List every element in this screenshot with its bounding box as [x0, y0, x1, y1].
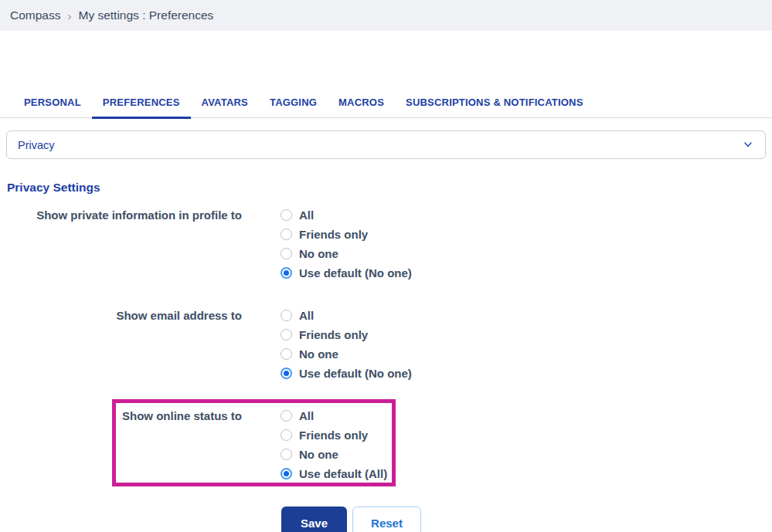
group-label: Show email address to [0, 306, 242, 383]
radio-label[interactable]: Use default (No one) [299, 266, 412, 280]
radio-option-friends-only[interactable]: Friends only [281, 225, 412, 244]
radio-icon[interactable] [281, 348, 292, 360]
radio-label[interactable]: All [299, 409, 314, 422]
radio-option-use-default[interactable]: Use default (All) [281, 464, 387, 483]
radio-icon[interactable] [281, 248, 292, 259]
settings-tab-bar: PERSONAL PREFERENCES AVATARS TAGGING MAC… [0, 90, 772, 118]
breadcrumb-app-link[interactable]: Compass [10, 8, 60, 22]
radio-option-all[interactable]: All [281, 306, 412, 325]
radio-icon[interactable] [281, 310, 292, 321]
radio-label[interactable]: No one [299, 347, 338, 361]
radio-label[interactable]: Use default (All) [299, 467, 387, 480]
radio-icon[interactable] [281, 209, 292, 221]
radio-group-email-address: All Friends only No one Use default (No … [281, 306, 412, 383]
radio-option-no-one[interactable]: No one [281, 344, 412, 364]
radio-option-no-one[interactable]: No one [281, 244, 412, 263]
radio-option-use-default[interactable]: Use default (No one) [281, 364, 412, 383]
group-label: Show online status to [0, 406, 242, 483]
radio-label[interactable]: All [299, 309, 314, 322]
radio-group-private-information: All Friends only No one Use default (No … [281, 205, 412, 283]
radio-label[interactable]: Use default (No one) [299, 367, 412, 380]
radio-option-friends-only[interactable]: Friends only [281, 425, 387, 445]
tab-avatars[interactable]: AVATARS [191, 90, 259, 117]
privacy-settings-heading: Privacy Settings [7, 181, 772, 195]
breadcrumb: Compass › My settings : Preferences [0, 0, 772, 31]
radio-selected-icon[interactable] [281, 368, 292, 379]
breadcrumb-separator-icon: › [67, 9, 71, 22]
tab-macros[interactable]: MACROS [328, 90, 395, 117]
save-button[interactable]: Save [281, 507, 347, 532]
radio-selected-icon[interactable] [281, 468, 292, 479]
radio-icon[interactable] [281, 449, 292, 460]
radio-icon[interactable] [281, 410, 292, 422]
group-email-address: Show email address to All Friends only N… [0, 306, 772, 383]
tab-subscriptions-notifications[interactable]: SUBSCRIPTIONS & NOTIFICATIONS [395, 90, 593, 117]
settings-section-select[interactable]: Privacy [6, 130, 766, 159]
breadcrumb-current-page: My settings : Preferences [78, 8, 213, 22]
radio-option-no-one[interactable]: No one [281, 445, 387, 464]
radio-selected-icon[interactable] [281, 267, 292, 279]
radio-label[interactable]: All [299, 208, 314, 222]
radio-label[interactable]: Friends only [299, 429, 368, 442]
tab-tagging[interactable]: TAGGING [259, 90, 328, 117]
radio-icon[interactable] [281, 329, 292, 341]
radio-label[interactable]: No one [299, 448, 338, 461]
radio-label[interactable]: Friends only [299, 228, 368, 241]
radio-option-friends-only[interactable]: Friends only [281, 325, 412, 344]
section-select-wrapper: Privacy [6, 130, 766, 159]
group-online-status: Show online status to All Friends only N… [0, 406, 772, 483]
radio-icon[interactable] [281, 429, 292, 441]
group-label: Show private information in profile to [0, 205, 242, 283]
reset-button[interactable]: Reset [352, 507, 421, 532]
form-actions: Save Reset [281, 507, 772, 532]
tab-personal[interactable]: PERSONAL [13, 90, 92, 117]
radio-option-all[interactable]: All [281, 406, 387, 425]
group-private-information: Show private information in profile to A… [0, 205, 772, 283]
radio-group-online-status: All Friends only No one Use default (All… [281, 406, 387, 483]
radio-label[interactable]: No one [299, 247, 338, 260]
tab-preferences[interactable]: PREFERENCES [92, 90, 191, 117]
radio-label[interactable]: Friends only [299, 328, 368, 341]
radio-option-use-default[interactable]: Use default (No one) [281, 263, 412, 283]
radio-icon[interactable] [281, 229, 292, 240]
radio-option-all[interactable]: All [281, 205, 412, 225]
